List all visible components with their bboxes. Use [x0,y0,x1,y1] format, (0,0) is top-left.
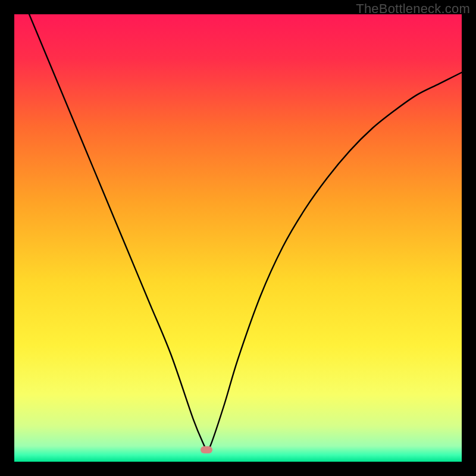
minimum-marker [201,446,212,453]
plot-frame [14,14,462,462]
watermark-text: TheBottleneck.com [356,1,470,17]
bottleneck-curve [14,14,462,462]
